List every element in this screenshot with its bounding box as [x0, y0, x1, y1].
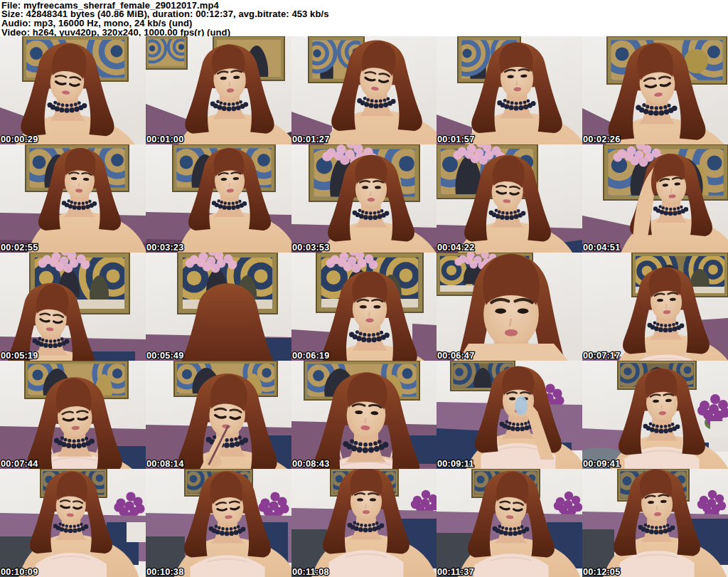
svg-text:00:09:41: 00:09:41: [583, 459, 620, 469]
svg-text:00:00:29: 00:00:29: [1, 134, 38, 144]
svg-text:00:08:14: 00:08:14: [146, 459, 183, 469]
svg-text:00:04:51: 00:04:51: [583, 243, 620, 253]
svg-text:00:10:09: 00:10:09: [1, 567, 38, 577]
svg-text:00:06:19: 00:06:19: [292, 351, 329, 361]
svg-text:00:03:23: 00:03:23: [146, 243, 183, 253]
svg-text:00:11:08: 00:11:08: [292, 567, 329, 577]
svg-text:00:01:57: 00:01:57: [437, 134, 474, 144]
svg-text:00:02:55: 00:02:55: [1, 243, 38, 253]
svg-text:00:01:27: 00:01:27: [292, 134, 329, 144]
svg-text:00:05:49: 00:05:49: [146, 351, 183, 361]
svg-text:00:04:22: 00:04:22: [437, 243, 474, 253]
svg-text:00:09:11: 00:09:11: [437, 459, 474, 469]
svg-text:00:12:05: 00:12:05: [583, 567, 620, 577]
svg-text:00:02:26: 00:02:26: [583, 134, 620, 144]
svg-text:00:06:47: 00:06:47: [437, 351, 474, 361]
svg-text:00:01:00: 00:01:00: [146, 134, 183, 144]
svg-text:00:11:37: 00:11:37: [437, 567, 474, 577]
svg-text:00:05:19: 00:05:19: [1, 351, 38, 361]
svg-text:00:08:43: 00:08:43: [292, 459, 329, 469]
svg-text:00:10:38: 00:10:38: [146, 567, 183, 577]
svg-text:00:03:53: 00:03:53: [292, 243, 329, 253]
svg-text:00:07:17: 00:07:17: [583, 351, 620, 361]
svg-text:00:07:44: 00:07:44: [1, 459, 38, 469]
